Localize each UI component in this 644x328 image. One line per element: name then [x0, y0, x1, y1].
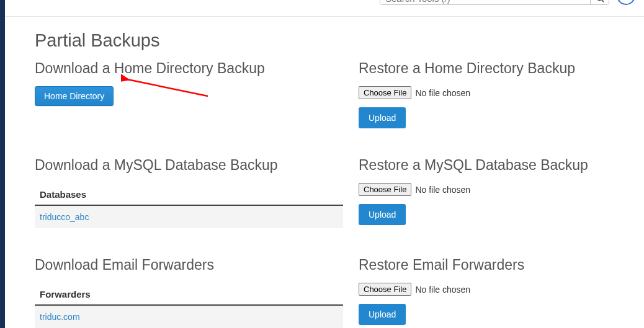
file-status-text: No file chosen: [415, 285, 470, 295]
download-fwd-section: Download Email Forwarders Forwarders tri…: [35, 257, 343, 328]
row-mysql: Download a MySQL Database Backup Databas…: [35, 157, 644, 228]
search-tools[interactable]: [380, 0, 609, 5]
upload-button[interactable]: Upload: [359, 204, 406, 225]
search-icon: [596, 0, 604, 2]
restore-fwd-section: Restore Email Forwarders Choose File No …: [359, 257, 625, 328]
top-bar: [5, 0, 644, 17]
home-directory-button[interactable]: Home Directory: [35, 86, 114, 106]
page-title: Partial Backups: [35, 17, 644, 60]
search-button[interactable]: [590, 0, 609, 4]
upload-button[interactable]: Upload: [359, 107, 406, 128]
upload-button[interactable]: Upload: [359, 304, 406, 325]
table-row: triducco_abc: [35, 206, 343, 228]
section-title: Restore a MySQL Database Backup: [359, 157, 625, 174]
row-home-directory: Download a Home Directory Backup Home Di…: [35, 60, 644, 128]
section-title: Restore Email Forwarders: [359, 257, 625, 273]
download-db-section: Download a MySQL Database Backup Databas…: [35, 157, 343, 228]
restore-home-section: Restore a Home Directory Backup Choose F…: [359, 60, 625, 128]
choose-file-button[interactable]: Choose File: [359, 283, 411, 296]
search-input[interactable]: [380, 0, 590, 4]
notifications-button[interactable]: [617, 0, 635, 5]
file-status-text: No file chosen: [415, 88, 470, 98]
content-area: Partial Backups Download a Home Director…: [5, 17, 644, 328]
choose-file-button[interactable]: Choose File: [359, 86, 411, 99]
choose-file-button[interactable]: Choose File: [359, 183, 411, 196]
row-forwarders: Download Email Forwarders Forwarders tri…: [35, 257, 644, 328]
section-title: Download a Home Directory Backup: [35, 60, 343, 77]
section-title: Download a MySQL Database Backup: [35, 157, 343, 174]
file-input-row: Choose File No file chosen: [359, 86, 625, 99]
table-header: Forwarders: [35, 283, 343, 306]
database-link[interactable]: triducco_abc: [40, 212, 89, 222]
section-title: Download Email Forwarders: [35, 257, 343, 273]
file-status-text: No file chosen: [415, 185, 470, 195]
restore-db-section: Restore a MySQL Database Backup Choose F…: [359, 157, 625, 228]
section-title: Restore a Home Directory Backup: [359, 60, 625, 77]
forwarder-link[interactable]: triduc.com: [40, 312, 80, 322]
left-sidebar-strip: [0, 0, 5, 328]
download-home-section: Download a Home Directory Backup Home Di…: [35, 60, 343, 128]
file-input-row: Choose File No file chosen: [359, 183, 625, 196]
svg-line-1: [601, 0, 604, 2]
table-header: Databases: [35, 183, 343, 206]
file-input-row: Choose File No file chosen: [359, 283, 625, 296]
table-row: triduc.com: [35, 306, 343, 328]
